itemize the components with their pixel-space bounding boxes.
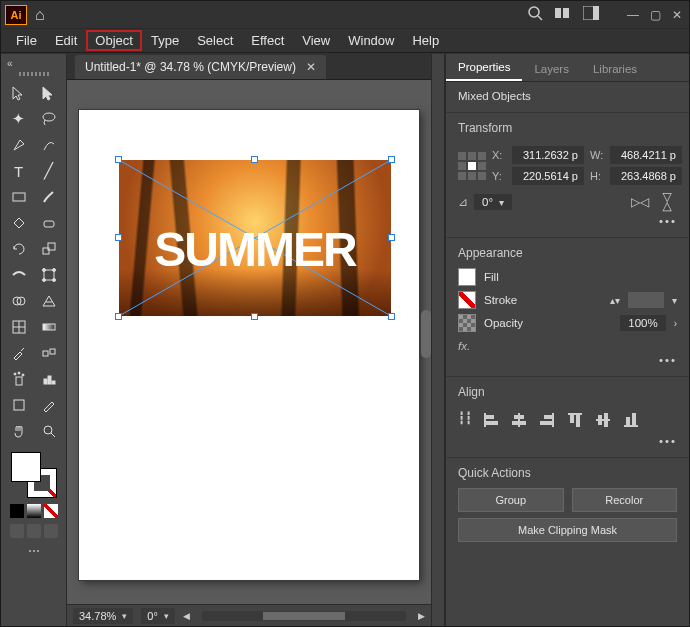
tab-layers[interactable]: Layers — [522, 57, 581, 81]
workspace-icon[interactable] — [583, 6, 599, 23]
lasso-tool[interactable] — [36, 108, 62, 130]
gradient-mode-icon[interactable] — [27, 504, 41, 518]
handle-ne[interactable] — [388, 156, 395, 163]
eyedropper-tool[interactable] — [6, 342, 32, 364]
handle-sw[interactable] — [115, 313, 122, 320]
group-button[interactable]: Group — [458, 488, 564, 512]
artboard-nav-next-icon[interactable]: ▶ — [418, 611, 425, 621]
gradient-tool[interactable] — [36, 316, 62, 338]
align-left-icon[interactable] — [482, 411, 500, 429]
artboard[interactable]: SUMMER — [79, 110, 419, 580]
handle-se[interactable] — [388, 313, 395, 320]
text-object[interactable]: SUMMER — [119, 222, 391, 277]
align-more-icon[interactable]: ••• — [458, 433, 677, 447]
artboard-nav-prev-icon[interactable]: ◀ — [183, 611, 190, 621]
h-field[interactable]: 263.4868 p — [610, 167, 682, 185]
graph-tool[interactable] — [36, 368, 62, 390]
line-tool[interactable]: ╱ — [36, 160, 62, 182]
shape-builder-tool[interactable] — [6, 290, 32, 312]
menu-window[interactable]: Window — [339, 30, 403, 51]
recolor-button[interactable]: Recolor — [572, 488, 678, 512]
eraser-tool[interactable] — [36, 212, 62, 234]
close-button[interactable]: ✕ — [669, 8, 685, 22]
artboard-tool[interactable] — [6, 394, 32, 416]
handle-w[interactable] — [115, 234, 122, 241]
fill-swatch[interactable] — [458, 268, 476, 286]
menu-select[interactable]: Select — [188, 30, 242, 51]
align-right-icon[interactable] — [538, 411, 556, 429]
menu-help[interactable]: Help — [403, 30, 448, 51]
document-tab[interactable]: Untitled-1* @ 34.78 % (CMYK/Preview) ✕ — [75, 55, 326, 79]
search-icon[interactable] — [527, 5, 543, 24]
paintbrush-tool[interactable] — [36, 186, 62, 208]
draw-normal-icon[interactable] — [10, 524, 24, 538]
reference-point-icon[interactable] — [458, 151, 486, 181]
hand-tool[interactable] — [6, 420, 32, 442]
menu-effect[interactable]: Effect — [242, 30, 293, 51]
rotate-tool[interactable] — [6, 238, 32, 260]
x-field[interactable]: 311.2632 p — [512, 146, 584, 164]
panel-grip[interactable] — [19, 72, 49, 76]
flip-horizontal-icon[interactable]: ▷◁ — [631, 195, 649, 209]
width-tool[interactable] — [6, 264, 32, 286]
arrange-icon[interactable] — [555, 6, 571, 23]
menu-object[interactable]: Object — [86, 30, 142, 51]
curvature-tool[interactable] — [36, 134, 62, 156]
align-bottom-icon[interactable] — [622, 411, 640, 429]
blend-tool[interactable] — [36, 342, 62, 364]
rotate-view-field[interactable]: 0°▾ — [141, 608, 175, 624]
flip-vertical-icon[interactable]: ▷◁ — [661, 193, 675, 211]
draw-inside-icon[interactable] — [44, 524, 58, 538]
symbol-sprayer-tool[interactable] — [6, 368, 32, 390]
rectangle-tool[interactable] — [6, 186, 32, 208]
align-to-icon[interactable]: ┇┇ — [458, 411, 472, 429]
home-icon[interactable]: ⌂ — [35, 6, 45, 24]
align-hcenter-icon[interactable] — [510, 411, 528, 429]
menu-view[interactable]: View — [293, 30, 339, 51]
align-vcenter-icon[interactable] — [594, 411, 612, 429]
zoom-tool[interactable] — [36, 420, 62, 442]
menu-type[interactable]: Type — [142, 30, 188, 51]
scale-tool[interactable] — [36, 238, 62, 260]
handle-nw[interactable] — [115, 156, 122, 163]
zoom-field[interactable]: 34.78%▾ — [73, 608, 133, 624]
handle-n[interactable] — [251, 156, 258, 163]
none-mode-icon[interactable] — [44, 504, 58, 518]
close-tab-icon[interactable]: ✕ — [306, 60, 316, 74]
pen-tool[interactable] — [6, 134, 32, 156]
opacity-field[interactable]: 100% — [620, 315, 665, 331]
shaper-tool[interactable] — [6, 212, 32, 234]
free-transform-tool[interactable] — [36, 264, 62, 286]
transform-more-icon[interactable]: ••• — [458, 213, 677, 227]
fill-stroke-swatch[interactable] — [11, 452, 57, 498]
menu-file[interactable]: File — [7, 30, 46, 51]
handle-s[interactable] — [251, 313, 258, 320]
magic-wand-tool[interactable]: ✦ — [6, 108, 32, 130]
maximize-button[interactable]: ▢ — [647, 8, 663, 22]
type-tool[interactable]: T — [6, 160, 32, 182]
tool-options-icon[interactable]: ⋯ — [28, 544, 40, 558]
align-top-icon[interactable] — [566, 411, 584, 429]
menu-edit[interactable]: Edit — [46, 30, 86, 51]
perspective-tool[interactable] — [36, 290, 62, 312]
draw-behind-icon[interactable] — [27, 524, 41, 538]
mesh-tool[interactable] — [6, 316, 32, 338]
y-field[interactable]: 220.5614 p — [512, 167, 584, 185]
rotate-field[interactable]: 0°▾ — [474, 194, 512, 210]
selection-tool[interactable] — [6, 82, 32, 104]
w-field[interactable]: 468.4211 p — [610, 146, 682, 164]
opacity-more-icon[interactable]: › — [674, 318, 677, 329]
vertical-scrollbar[interactable] — [421, 310, 431, 358]
panel-collapse-strip[interactable] — [431, 54, 445, 626]
stroke-swatch[interactable] — [458, 291, 476, 309]
make-clipping-mask-button[interactable]: Make Clipping Mask — [458, 518, 677, 542]
handle-e[interactable] — [388, 234, 395, 241]
tab-libraries[interactable]: Libraries — [581, 57, 649, 81]
stroke-weight-stepper[interactable]: ▴▾ — [610, 295, 620, 306]
appearance-more-icon[interactable]: ••• — [458, 352, 677, 366]
horizontal-scrollbar[interactable] — [202, 611, 406, 621]
slice-tool[interactable] — [36, 394, 62, 416]
tool-collapse-icon[interactable]: « — [1, 58, 66, 69]
minimize-button[interactable]: — — [625, 8, 641, 22]
tab-properties[interactable]: Properties — [446, 55, 522, 81]
